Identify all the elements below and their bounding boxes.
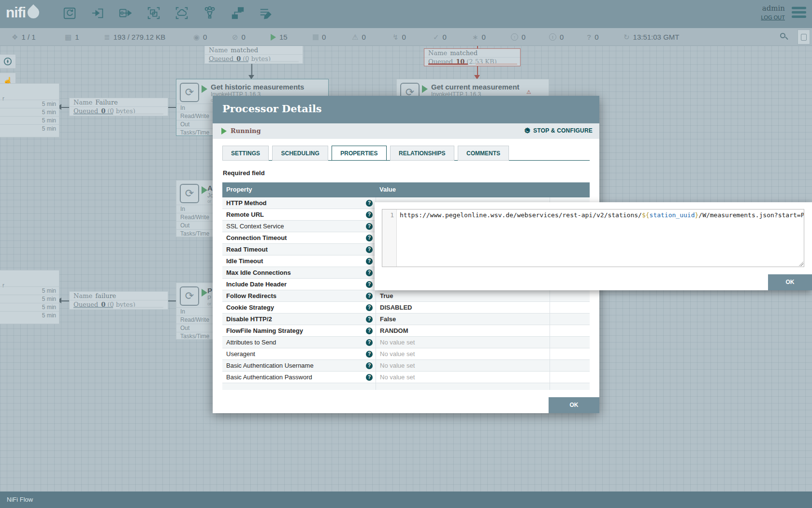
check-icon: ✓ <box>433 33 439 41</box>
nifi-logo-text: nifi <box>6 4 26 21</box>
global-menu-icon[interactable] <box>792 7 806 20</box>
property-value-editor: 1 https://www.pegelonline.wsv.de/webserv… <box>375 202 812 290</box>
navigate-palette[interactable] <box>0 54 16 69</box>
breadcrumb[interactable]: NiFi Flow <box>7 496 33 503</box>
transmitting-icon: ◉ <box>193 33 200 41</box>
connection-label-matched-full[interactable]: Namematched Queued10(2.53 KB) <box>424 48 521 66</box>
help-icon[interactable]: ? <box>366 293 373 299</box>
cubes-icon: ❖ <box>12 33 18 41</box>
tab-scheduling[interactable]: SCHEDULING <box>272 146 328 161</box>
flow-status-bar: ❖ 1 / 1 ▦ 1 ≣ 193 / 279.12 KB ◉ 0 ⊘ 0 15… <box>0 28 812 46</box>
required-field-note: Required field <box>223 169 265 177</box>
processor-type-icon: ⟳ <box>180 286 199 306</box>
connection-label-matched[interactable]: Namematched Queued0(0 bytes) <box>204 46 303 64</box>
help-icon[interactable]: ? <box>366 235 373 241</box>
status-sync-failure: ? 0 <box>587 28 599 46</box>
remote-process-group-icon[interactable] <box>174 4 189 22</box>
status-up-to-date: ✓ 0 <box>433 28 447 46</box>
tab-relationships[interactable]: RELATIONSHIPS <box>390 146 454 161</box>
tab-settings[interactable]: SETTINGS <box>222 146 269 161</box>
help-icon[interactable]: ? <box>366 374 373 381</box>
help-icon[interactable]: ? <box>366 223 373 230</box>
status-stale: ↑ 0 <box>511 28 525 46</box>
help-icon[interactable]: ? <box>366 269 373 276</box>
status-last-refresh: ↻ 13:51:03 GMT <box>624 28 679 46</box>
invalid-warning-icon: ⚠ <box>352 33 358 41</box>
property-row-basic-auth-username[interactable]: Basic Authentication Username? No value … <box>222 360 590 372</box>
help-icon[interactable]: ? <box>366 200 373 207</box>
processor-type-icon: ⟳ <box>180 83 199 102</box>
editor-line-gutter: 1 <box>382 209 397 267</box>
dialog-tabs: SETTINGS SCHEDULING PROPERTIES RELATIONS… <box>222 146 590 161</box>
help-icon[interactable]: ? <box>366 246 373 253</box>
resize-handle-icon[interactable] <box>798 261 803 266</box>
logout-link[interactable]: LOG OUT <box>761 15 785 20</box>
dialog-ok-button[interactable]: OK <box>549 397 599 413</box>
dialog-title: Processor Details <box>222 103 322 115</box>
line-number: 1 <box>390 211 394 219</box>
funnel-icon[interactable] <box>202 4 218 22</box>
help-icon[interactable]: ? <box>366 211 373 218</box>
processor-clipped-left-top[interactable]: r 5 min 5 min 5 min 5 min <box>0 83 59 137</box>
bang-circle-icon: ! <box>549 33 556 41</box>
processor-title: P <box>207 286 212 295</box>
stop-and-configure-button[interactable]: ⚙ STOP & CONFIGURE <box>524 127 593 134</box>
disabled-bolt-icon: ↯ <box>392 33 399 41</box>
status-disabled: ↯ 0 <box>392 28 406 46</box>
running-indicator-icon <box>202 289 207 297</box>
label-icon[interactable] <box>258 4 274 22</box>
value-editor-box: 1 https://www.pegelonline.wsv.de/webserv… <box>382 209 804 267</box>
help-icon[interactable]: ? <box>366 339 373 346</box>
processor-bundle: or <box>207 199 211 204</box>
property-row-flowfile-naming-strategy[interactable]: FlowFile Naming Strategy? RANDOM <box>222 325 590 337</box>
processor-title: Get historic measurements <box>211 83 304 91</box>
property-row-useragent[interactable]: Useragent? No value set <box>222 348 590 360</box>
dialog-header: Processor Details <box>213 96 599 123</box>
stop-configure-icon: ⚙ <box>524 127 531 134</box>
user-block: admin LOG OUT <box>761 4 785 20</box>
el-parameter: station_uuid <box>650 211 695 219</box>
status-invalid: ⚠ 0 <box>352 28 366 46</box>
component-toolbar <box>62 4 274 22</box>
help-icon[interactable]: ? <box>366 351 373 358</box>
status-not-transmitting: ⊘ 0 <box>232 28 246 46</box>
tab-properties[interactable]: PROPERTIES <box>332 146 386 161</box>
output-port-icon[interactable] <box>118 4 133 22</box>
property-row-attributes-to-send[interactable]: Attributes to Send? No value set <box>222 337 590 348</box>
property-row-cookie-strategy[interactable]: Cookie Strategy? DISABLED <box>222 302 590 314</box>
asterisk-icon: ∗ <box>472 33 478 41</box>
processor-clipped-left-bottom[interactable]: r 5 min 5 min 5 min 5 min <box>0 270 59 324</box>
status-stopped: 0 <box>313 28 326 46</box>
status-locally-modified: ∗ 0 <box>472 28 486 46</box>
help-icon[interactable]: ? <box>366 316 373 323</box>
stale-up-arrow-icon: ↑ <box>511 33 518 41</box>
search-icon[interactable] <box>780 33 788 41</box>
input-port-icon[interactable] <box>90 4 105 22</box>
process-group-icon[interactable] <box>146 4 161 22</box>
help-icon[interactable]: ? <box>366 328 373 334</box>
tab-comments[interactable]: COMMENTS <box>458 146 509 161</box>
status-running: 15 <box>271 28 288 46</box>
compass-icon <box>3 57 12 66</box>
editor-ok-button[interactable]: OK <box>768 274 812 290</box>
dialog-status-band: Running ⚙ STOP & CONFIGURE <box>213 123 599 139</box>
help-icon[interactable]: ? <box>366 281 373 288</box>
help-icon[interactable]: ? <box>366 362 373 369</box>
processor-title: A <box>207 184 213 192</box>
breadcrumb-bar: NiFi Flow <box>0 492 812 508</box>
property-row-follow-redirects[interactable]: Follow Redirects? True <box>222 290 590 302</box>
connection-label-failure[interactable]: NameFailure Queued0(0 bytes) <box>69 98 168 116</box>
refresh-icon[interactable]: ↻ <box>624 33 630 41</box>
connection-label-failure-2[interactable]: Namefailure Queued0(0 bytes) <box>69 291 168 310</box>
property-row-disable-http2[interactable]: Disable HTTP/2? False <box>222 314 590 325</box>
editor-code-area[interactable]: https://www.pegelonline.wsv.de/webservic… <box>397 209 804 267</box>
running-play-icon <box>221 128 227 134</box>
running-indicator-icon <box>202 186 207 194</box>
property-row-basic-auth-password[interactable]: Basic Authentication Password? No value … <box>222 372 590 383</box>
processor-icon[interactable] <box>62 4 77 22</box>
template-icon[interactable] <box>230 4 246 22</box>
toggle-palette-button[interactable] <box>798 30 810 45</box>
help-icon[interactable]: ? <box>366 304 373 311</box>
processor-title: Get current measurement <box>431 83 520 91</box>
help-icon[interactable]: ? <box>366 258 373 265</box>
